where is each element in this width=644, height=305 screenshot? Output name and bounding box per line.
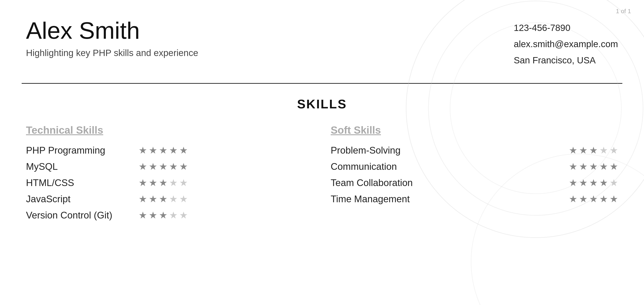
- star-1: ★: [569, 177, 577, 188]
- skills-title: SKILLS: [26, 97, 618, 111]
- header-right: 123-456-7890 alex.smith@example.com San …: [514, 17, 618, 70]
- star-3: ★: [159, 177, 168, 188]
- skill-name-html: HTML/CSS: [26, 177, 134, 188]
- star-2: ★: [149, 193, 157, 204]
- star-5: ★: [610, 177, 618, 188]
- skill-stars-html: ★ ★ ★ ★ ★: [138, 177, 188, 188]
- skill-row-problem-solving: Problem-Solving ★ ★ ★ ★ ★: [331, 145, 618, 156]
- skill-name-problem-solving: Problem-Solving: [331, 145, 439, 156]
- skill-stars-git: ★ ★ ★ ★ ★: [138, 210, 188, 221]
- star-1: ★: [138, 161, 147, 172]
- soft-skills-header: Soft Skills: [331, 124, 618, 136]
- star-5: ★: [179, 177, 188, 188]
- star-3: ★: [159, 161, 168, 172]
- skill-stars-php: ★ ★ ★ ★ ★: [138, 145, 188, 156]
- skills-columns: Technical Skills PHP Programming ★ ★ ★ ★…: [26, 124, 618, 226]
- skill-name-mysql: MySQL: [26, 161, 134, 172]
- star-3: ★: [589, 161, 598, 172]
- star-5: ★: [610, 145, 618, 156]
- star-4: ★: [169, 145, 178, 156]
- email-address: alex.smith@example.com: [514, 38, 618, 51]
- resume-page: 1 of 1 Alex Smith Highlighting key PHP s…: [0, 0, 644, 305]
- skill-stars-team-collaboration: ★ ★ ★ ★ ★: [569, 177, 618, 188]
- star-5: ★: [610, 161, 618, 172]
- star-4: ★: [600, 145, 608, 156]
- star-3: ★: [159, 145, 168, 156]
- skill-row-js: JavaScript ★ ★ ★ ★ ★: [26, 193, 313, 204]
- skill-name-team-collaboration: Team Collaboration: [331, 177, 439, 188]
- skill-stars-time-management: ★ ★ ★ ★ ★: [569, 193, 618, 204]
- skill-stars-mysql: ★ ★ ★ ★ ★: [138, 161, 188, 172]
- star-1: ★: [569, 161, 577, 172]
- technical-skills-col: Technical Skills PHP Programming ★ ★ ★ ★…: [26, 124, 313, 226]
- star-4: ★: [169, 177, 178, 188]
- star-4: ★: [169, 193, 178, 204]
- phone-number: 123-456-7890: [514, 22, 618, 34]
- soft-skills-col: Soft Skills Problem-Solving ★ ★ ★ ★ ★ Co…: [331, 124, 618, 226]
- skill-stars-problem-solving: ★ ★ ★ ★ ★: [569, 145, 618, 156]
- star-2: ★: [149, 177, 157, 188]
- star-4: ★: [600, 177, 608, 188]
- skill-name-time-management: Time Management: [331, 194, 439, 204]
- star-1: ★: [138, 177, 147, 188]
- star-2: ★: [579, 193, 588, 204]
- star-4: ★: [169, 161, 178, 172]
- star-4: ★: [169, 210, 178, 221]
- star-5: ★: [179, 161, 188, 172]
- skill-stars-communication: ★ ★ ★ ★ ★: [569, 161, 618, 172]
- star-2: ★: [579, 161, 588, 172]
- star-4: ★: [600, 161, 608, 172]
- skill-row-team-collaboration: Team Collaboration ★ ★ ★ ★ ★: [331, 177, 618, 188]
- star-1: ★: [138, 210, 147, 221]
- skill-row-time-management: Time Management ★ ★ ★ ★ ★: [331, 193, 618, 204]
- resume-header: Alex Smith Highlighting key PHP skills a…: [0, 0, 644, 83]
- star-2: ★: [579, 177, 588, 188]
- candidate-name: Alex Smith: [26, 17, 514, 43]
- star-2: ★: [149, 161, 157, 172]
- page-number: 1 of 1: [616, 8, 631, 15]
- star-2: ★: [149, 210, 157, 221]
- star-5: ★: [179, 193, 188, 204]
- skill-row-php: PHP Programming ★ ★ ★ ★ ★: [26, 145, 313, 156]
- technical-skills-header: Technical Skills: [26, 124, 313, 136]
- star-4: ★: [600, 193, 608, 204]
- star-3: ★: [589, 145, 598, 156]
- skills-section: SKILLS Technical Skills PHP Programming …: [0, 84, 644, 243]
- star-1: ★: [138, 193, 147, 204]
- location: San Francisco, USA: [514, 54, 618, 67]
- star-3: ★: [589, 177, 598, 188]
- star-2: ★: [579, 145, 588, 156]
- skill-row-communication: Communication ★ ★ ★ ★ ★: [331, 161, 618, 172]
- star-3: ★: [159, 193, 168, 204]
- star-5: ★: [610, 193, 618, 204]
- skill-row-mysql: MySQL ★ ★ ★ ★ ★: [26, 161, 313, 172]
- star-3: ★: [589, 193, 598, 204]
- skill-row-git: Version Control (Git) ★ ★ ★ ★ ★: [26, 210, 313, 221]
- skill-row-html: HTML/CSS ★ ★ ★ ★ ★: [26, 177, 313, 188]
- star-1: ★: [569, 145, 577, 156]
- star-5: ★: [179, 210, 188, 221]
- skill-name-git: Version Control (Git): [26, 210, 134, 221]
- candidate-tagline: Highlighting key PHP skills and experien…: [26, 48, 514, 58]
- skill-name-js: JavaScript: [26, 194, 134, 204]
- star-3: ★: [159, 210, 168, 221]
- star-1: ★: [138, 145, 147, 156]
- star-1: ★: [569, 193, 577, 204]
- header-left: Alex Smith Highlighting key PHP skills a…: [26, 17, 514, 58]
- skill-name-communication: Communication: [331, 161, 439, 172]
- skill-name-php: PHP Programming: [26, 145, 134, 156]
- skill-stars-js: ★ ★ ★ ★ ★: [138, 193, 188, 204]
- star-5: ★: [179, 145, 188, 156]
- star-2: ★: [149, 145, 157, 156]
